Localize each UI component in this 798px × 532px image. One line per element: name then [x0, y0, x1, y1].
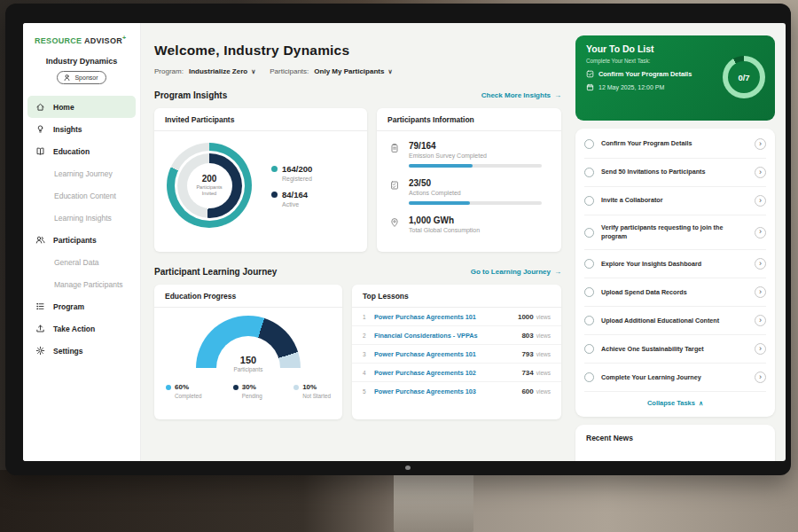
sidebar-item-home[interactable]: Home [27, 96, 136, 118]
sidebar-item-learning-journey[interactable]: Learning Journey [23, 162, 140, 184]
sidebar-item-label: Learning Journey [54, 169, 113, 178]
task-label: Upload Additional Educational Content [601, 317, 747, 325]
sidebar-item-insights[interactable]: Insights [23, 118, 140, 140]
collapse-tasks-link[interactable]: Collapse Tasks ∧ [584, 392, 766, 415]
donut-center-value: 200 [202, 174, 217, 184]
people-icon [35, 235, 46, 246]
lesson-views-unit: views [536, 370, 551, 376]
chevron-right-icon[interactable]: › [755, 167, 766, 178]
legend-item: 10% Not Started [293, 383, 331, 399]
sidebar-item-participants[interactable]: Participants [23, 229, 140, 251]
sidebar-item-label: Settings [53, 347, 83, 356]
chevron-right-icon[interactable]: › [755, 315, 766, 326]
todo-next-task[interactable]: Confirm Your Program Details [586, 70, 712, 78]
sidebar-item-general-data[interactable]: General Data [23, 251, 140, 273]
chevron-right-icon[interactable]: › [755, 343, 766, 355]
task-row-complete-learning-journey[interactable]: Complete Your Learning Journey › [584, 364, 766, 392]
task-checkbox[interactable] [584, 344, 594, 354]
task-row-upload-spend-data[interactable]: Upload Spend Data Records › [584, 278, 766, 307]
lesson-rank: 5 [363, 388, 374, 395]
chevron-right-icon[interactable]: › [755, 372, 766, 383]
lesson-row[interactable]: 1 Power Purchase Agreements 101 1000 vie… [352, 308, 561, 326]
stat-row: 79/164 Emission Survey Completed [389, 141, 549, 168]
lesson-link[interactable]: Power Purchase Agreements 103 [374, 387, 521, 395]
lesson-link[interactable]: Power Purchase Agreements 102 [374, 369, 521, 377]
recent-news-card: Recent News [575, 425, 775, 461]
journey-cards-row: Education Progress 150 Participants [154, 285, 561, 419]
participants-information-card: Participants Information 79/164 Emission… [377, 108, 561, 252]
link-label: Check More Insights [481, 91, 551, 99]
stat-label: Actions Completed [409, 190, 542, 196]
task-checkbox[interactable] [584, 168, 594, 177]
lesson-link[interactable]: Financial Considerations - VPPAs [374, 332, 521, 340]
lesson-link[interactable]: Power Purchase Agreements 101 [374, 350, 521, 358]
check-more-insights-link[interactable]: Check More Insights → [481, 91, 561, 99]
gauge-center-value: 150 [154, 355, 342, 365]
program-filter-select[interactable]: Industrialize Zero ∨ [189, 67, 255, 75]
legend-label: Not Started [302, 393, 331, 399]
task-row-invite-collaborator[interactable]: Invite a Collaborator › [584, 187, 766, 215]
task-checkbox[interactable] [584, 228, 594, 238]
task-checkbox[interactable] [584, 139, 594, 149]
chevron-right-icon[interactable]: › [755, 286, 766, 298]
task-checkbox[interactable] [584, 259, 594, 269]
sidebar-item-settings[interactable]: Settings [23, 340, 140, 362]
lesson-rank: 1 [363, 314, 374, 320]
brand-advisor: ADVISOR [84, 36, 122, 45]
sidebar-item-education[interactable]: Education [23, 140, 140, 162]
stat-row: 23/50 Actions Completed [389, 178, 549, 205]
lesson-row[interactable]: 3 Power Purchase Agreements 101 793 view… [352, 345, 561, 364]
task-row-send-invitations[interactable]: Send 50 Invitations to Participants › [584, 159, 766, 187]
list-icon [35, 301, 46, 312]
lesson-row[interactable]: 5 Power Purchase Agreements 103 600 view… [352, 382, 561, 400]
sidebar-item-manage-participants[interactable]: Manage Participants [23, 273, 140, 295]
chevron-right-icon[interactable]: › [755, 258, 766, 270]
task-checkbox[interactable] [584, 196, 594, 206]
sponsor-badge-label: Sponsor [74, 74, 98, 81]
task-checkbox[interactable] [584, 287, 594, 297]
card-title: Education Progress [154, 285, 342, 308]
sidebar-item-take-action[interactable]: Take Action [23, 317, 140, 340]
lesson-row[interactable]: 2 Financial Considerations - VPPAs 803 v… [352, 326, 561, 345]
collapse-tasks-label: Collapse Tasks [647, 399, 695, 407]
task-row-achieve-sustainability-target[interactable]: Achieve One Sustainability Target › [584, 335, 766, 364]
chevron-right-icon[interactable]: › [755, 195, 766, 207]
lesson-row[interactable]: 4 Power Purchase Agreements 102 734 view… [352, 364, 561, 382]
card-title: Top Lessons [352, 285, 561, 308]
invited-participants-card: Invited Participants 200 Participants In… [154, 108, 367, 252]
stat-label: Total Global Consumption [409, 227, 480, 233]
task-checkbox[interactable] [584, 316, 594, 325]
invited-legend-dot [271, 166, 278, 172]
task-row-explore-insights[interactable]: Explore Your Insights Dashboard › [584, 250, 766, 278]
lesson-views-unit: views [536, 314, 551, 320]
sidebar-item-education-content[interactable]: Education Content [23, 184, 140, 207]
upload-icon [35, 324, 46, 334]
lesson-link[interactable]: Power Purchase Agreements 101 [374, 313, 518, 321]
donut-center-label: Participants Invited [192, 184, 227, 198]
top-lessons-card: Top Lessons 1 Power Purchase Agreements … [352, 285, 561, 419]
legend-label: Registered [282, 176, 312, 182]
todo-progress-value: 0/7 [728, 61, 760, 93]
sidebar-item-label: General Data [54, 258, 99, 267]
clipboard-icon [389, 141, 400, 153]
chevron-down-icon: ∨ [251, 68, 255, 75]
go-to-learning-journey-link[interactable]: Go to Learning Journey → [471, 268, 561, 276]
checklist-icon [389, 178, 400, 191]
invited-donut-chart: 200 Participants Invited 164/200 [154, 131, 367, 239]
sidebar-item-label: Learning Insights [54, 214, 112, 223]
task-row-verify-participants[interactable]: Verify participants requesting to join t… [584, 215, 766, 250]
education-legend-dot [293, 385, 299, 390]
sidebar-item-program[interactable]: Program [23, 295, 140, 317]
task-label: Confirm Your Program Details [601, 139, 747, 148]
chevron-right-icon[interactable]: › [755, 227, 766, 239]
task-checkbox[interactable] [584, 372, 594, 382]
task-row-confirm-program[interactable]: Confirm Your Program Details › [584, 130, 766, 159]
chevron-right-icon[interactable]: › [755, 138, 766, 150]
person-icon [63, 74, 71, 82]
sidebar-item-learning-insights[interactable]: Learning Insights [23, 207, 140, 229]
task-row-upload-educational-content[interactable]: Upload Additional Educational Content › [584, 307, 766, 335]
sidebar-item-label: Education [53, 147, 90, 156]
todo-next-task-label: Confirm Your Program Details [598, 70, 692, 78]
participants-filter-select[interactable]: Only My Participants ∨ [314, 67, 392, 75]
calendar-icon [586, 83, 594, 91]
